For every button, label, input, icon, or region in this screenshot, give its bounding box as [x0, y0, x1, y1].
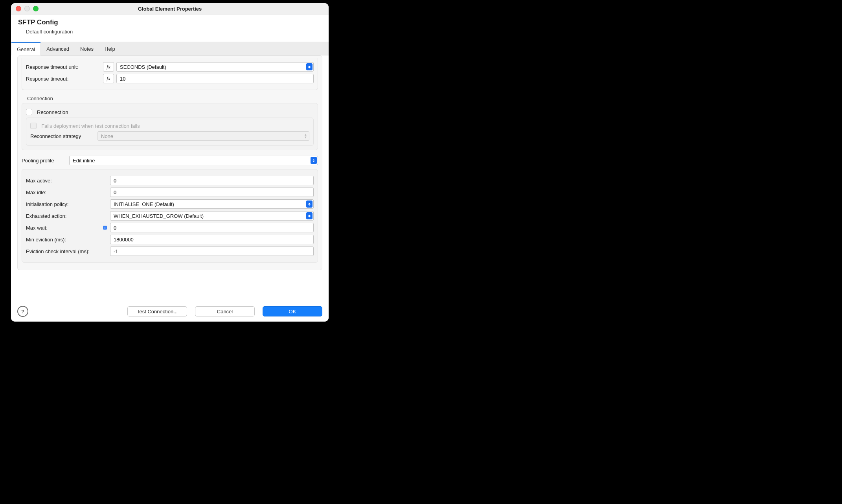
checkbox-fails-deployment	[30, 123, 37, 129]
ok-button[interactable]: OK	[263, 306, 322, 316]
row-reconnection-strategy: Reconnection strategy None ▴▾	[30, 131, 309, 141]
label-max-wait: Max wait:	[26, 225, 48, 231]
label-max-active: Max active:	[26, 178, 108, 184]
select-initialisation-policy[interactable]: INITIALISE_ONE (Default)	[110, 199, 314, 209]
config-description: Default configuration	[18, 29, 322, 35]
input-max-idle[interactable]	[110, 188, 314, 197]
tab-help[interactable]: Help	[99, 43, 121, 55]
dialog-footer: ? Test Connection... Cancel OK	[11, 301, 329, 322]
dialog-window: Global Element Properties SFTP Config De…	[11, 3, 329, 322]
row-max-idle: Max idle:	[26, 188, 314, 197]
row-initialisation-policy: Initialisation policy: INITIALISE_ONE (D…	[26, 199, 314, 209]
chevron-updown-icon: ▴▾	[305, 133, 307, 139]
chevron-updown-icon	[311, 157, 317, 164]
connection-panel: Reconnection Fails deployment when test …	[22, 103, 318, 150]
row-reconnection: Reconnection	[26, 109, 314, 115]
label-reconnection-strategy: Reconnection strategy	[30, 133, 95, 139]
input-min-eviction[interactable]	[110, 235, 314, 244]
fx-button-timeout[interactable]: fx	[103, 74, 114, 83]
tab-notes[interactable]: Notes	[75, 43, 99, 55]
select-exhausted-action[interactable]: WHEN_EXHAUSTED_GROW (Default)	[110, 211, 314, 221]
input-max-active[interactable]	[110, 176, 314, 185]
fx-button-timeout-unit[interactable]: fx	[103, 62, 114, 72]
tab-content-general: Response timeout unit: fx SECONDS (Defau…	[11, 55, 329, 301]
row-fails-deployment: Fails deployment when test connection fa…	[30, 123, 309, 129]
select-value: None	[101, 133, 113, 139]
tab-advanced[interactable]: Advanced	[41, 43, 75, 55]
label-initialisation-policy: Initialisation policy:	[26, 201, 108, 207]
input-max-wait[interactable]	[110, 223, 314, 232]
chevron-updown-icon	[306, 212, 313, 219]
row-eviction-check-interval: Eviction check interval (ms):	[26, 246, 314, 256]
select-response-timeout-unit[interactable]: SECONDS (Default)	[116, 62, 314, 72]
window-controls	[16, 6, 39, 11]
section-label-connection: Connection	[27, 96, 318, 101]
select-pooling-profile[interactable]: Edit inline	[69, 156, 318, 165]
chevron-updown-icon	[306, 63, 313, 70]
row-response-timeout-unit: Response timeout unit: fx SECONDS (Defau…	[26, 62, 314, 72]
help-icon[interactable]: ?	[17, 306, 28, 317]
dialog-header: SFTP Config Default configuration	[11, 15, 329, 42]
test-connection-button[interactable]: Test Connection...	[127, 306, 187, 316]
label-exhausted-action: Exhausted action:	[26, 213, 108, 219]
reconnection-inner-panel: Fails deployment when test connection fa…	[26, 118, 314, 146]
select-reconnection-strategy: None ▴▾	[97, 131, 309, 141]
row-pooling-profile: Pooling profile Edit inline	[22, 156, 318, 165]
select-value: Edit inline	[73, 158, 95, 164]
select-value: SECONDS (Default)	[120, 64, 166, 70]
chevron-updown-icon	[306, 200, 313, 208]
close-window-button[interactable]	[16, 6, 21, 11]
main-panel: Response timeout unit: fx SECONDS (Defau…	[17, 55, 322, 270]
pooling-grid-panel: Max active: Max idle: Initialisation pol…	[22, 169, 318, 263]
select-value: INITIALISE_ONE (Default)	[114, 201, 174, 207]
info-icon[interactable]: i	[103, 226, 107, 230]
input-eviction-check-interval[interactable]	[110, 246, 314, 256]
timeout-panel: Response timeout unit: fx SECONDS (Defau…	[22, 58, 318, 90]
row-max-active: Max active:	[26, 176, 314, 185]
minimize-window-button	[24, 6, 30, 11]
label-response-timeout-unit: Response timeout unit:	[26, 64, 101, 70]
window-title: Global Element Properties	[138, 6, 202, 12]
label-max-idle: Max idle:	[26, 189, 108, 195]
label-fails-deployment: Fails deployment when test connection fa…	[41, 123, 140, 129]
tab-general[interactable]: General	[11, 42, 41, 55]
label-response-timeout: Response timeout:	[26, 76, 101, 82]
label-pooling-profile: Pooling profile	[22, 158, 67, 164]
row-exhausted-action: Exhausted action: WHEN_EXHAUSTED_GROW (D…	[26, 211, 314, 221]
row-response-timeout: Response timeout: fx	[26, 74, 314, 83]
select-value: WHEN_EXHAUSTED_GROW (Default)	[114, 213, 204, 219]
config-name: SFTP Config	[18, 18, 322, 26]
cancel-button[interactable]: Cancel	[195, 306, 255, 316]
row-min-eviction: Min eviction (ms):	[26, 235, 314, 244]
checkbox-reconnection[interactable]	[26, 109, 32, 115]
tab-bar: General Advanced Notes Help	[11, 42, 329, 55]
label-reconnection: Reconnection	[37, 109, 68, 115]
zoom-window-button[interactable]	[33, 6, 39, 11]
row-max-wait: Max wait: i	[26, 223, 314, 232]
label-eviction-check-interval: Eviction check interval (ms):	[26, 248, 108, 254]
titlebar: Global Element Properties	[11, 3, 329, 15]
label-min-eviction: Min eviction (ms):	[26, 237, 108, 243]
input-response-timeout[interactable]	[116, 74, 314, 83]
